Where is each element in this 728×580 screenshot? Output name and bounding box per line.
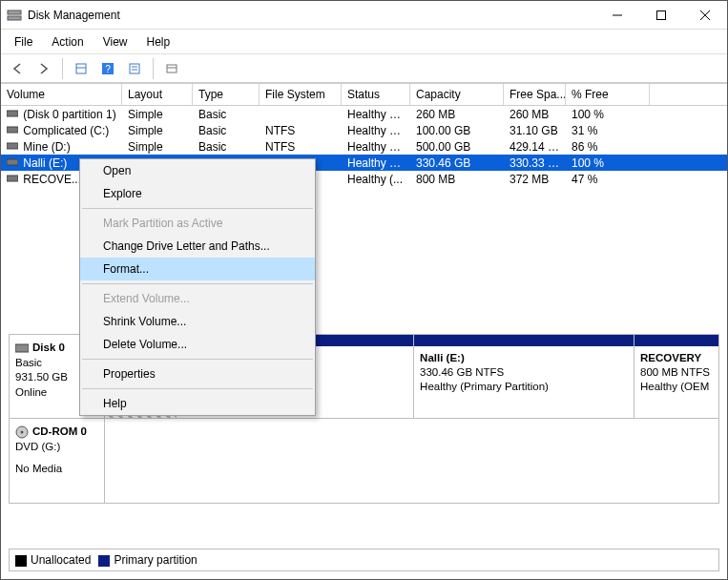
legend: Unallocated Primary partition: [9, 549, 719, 571]
cm-extend-volume: Extend Volume...: [80, 287, 315, 310]
drive-icon: [7, 174, 20, 183]
cm-help[interactable]: Help: [80, 392, 315, 415]
svg-rect-20: [15, 344, 29, 352]
menu-file[interactable]: File: [7, 32, 40, 52]
cdrom-state: No Media: [15, 462, 98, 477]
refresh-button[interactable]: [69, 57, 94, 80]
svg-rect-17: [7, 143, 18, 149]
cdrom-title: CD-ROM 0: [32, 425, 87, 440]
properties-button[interactable]: [122, 57, 147, 80]
col-volume[interactable]: Volume: [1, 84, 122, 105]
close-button[interactable]: [683, 1, 727, 30]
cdrom-row: CD-ROM 0 DVD (G:) No Media: [10, 419, 718, 503]
drive-icon: [7, 141, 20, 151]
partition-recovery-status: Healthy (OEM: [640, 381, 709, 392]
col-layout[interactable]: Layout: [122, 84, 193, 105]
swatch-unallocated: [15, 555, 27, 567]
drive-icon: [7, 125, 20, 135]
disk-icon: [15, 342, 29, 354]
cdrom-empty: [105, 419, 718, 503]
svg-rect-6: [76, 64, 86, 73]
forward-button[interactable]: [31, 57, 56, 80]
col-pctfree[interactable]: % Free: [566, 84, 650, 105]
partition-recovery-title: RECOVERY: [640, 352, 701, 363]
disk0-title: Disk 0: [32, 341, 65, 356]
svg-rect-16: [7, 127, 18, 133]
window-title: Disk Management: [28, 9, 595, 22]
context-menu: Open Explore Mark Partition as Active Ch…: [79, 158, 316, 416]
cm-mark-active: Mark Partition as Active: [80, 212, 315, 235]
col-type[interactable]: Type: [193, 84, 260, 105]
help-icon-button[interactable]: ?: [95, 57, 120, 80]
col-capacity[interactable]: Capacity: [410, 84, 504, 105]
cm-properties[interactable]: Properties: [80, 362, 315, 385]
column-headers: Volume Layout Type File System Status Ca…: [1, 83, 727, 106]
partition-nalli-status: Healthy (Primary Partition): [420, 381, 549, 392]
table-row[interactable]: Complicated (C:)SimpleBasicNTFSHealthy (…: [1, 122, 727, 138]
cdrom-sub: DVD (G:): [15, 440, 98, 455]
swatch-primary: [98, 555, 110, 567]
svg-rect-0: [8, 10, 21, 14]
menu-action[interactable]: Action: [44, 32, 91, 52]
col-free[interactable]: Free Spa...: [504, 84, 566, 105]
col-filesystem[interactable]: File System: [260, 84, 342, 105]
cm-delete-volume[interactable]: Delete Volume...: [80, 333, 315, 356]
partition-recovery[interactable]: RECOVERY 800 MB NTFS Healthy (OEM: [634, 335, 718, 418]
svg-rect-3: [657, 10, 666, 19]
legend-unallocated: Unallocated: [31, 553, 91, 567]
legend-primary: Primary partition: [114, 553, 197, 567]
cm-change-drive-letter[interactable]: Change Drive Letter and Paths...: [80, 235, 315, 258]
cdrom-label: CD-ROM 0 DVD (G:) No Media: [10, 419, 105, 503]
partition-nalli[interactable]: Nalli (E:) 330.46 GB NTFS Healthy (Prima…: [414, 335, 634, 418]
svg-rect-1: [8, 16, 21, 20]
toolbar: ?: [1, 54, 727, 83]
svg-text:?: ?: [105, 64, 111, 74]
minimize-button[interactable]: [595, 1, 639, 30]
svg-rect-15: [7, 111, 18, 116]
menu-view[interactable]: View: [95, 32, 135, 52]
maximize-button[interactable]: [639, 1, 683, 30]
drive-icon: [7, 109, 20, 118]
drive-icon: [7, 157, 20, 167]
table-row[interactable]: Mine (D:)SimpleBasicNTFSHealthy (P...500…: [1, 138, 727, 155]
svg-rect-13: [167, 65, 177, 72]
partition-nalli-title: Nalli (E:): [420, 352, 465, 363]
svg-rect-19: [7, 176, 18, 181]
partition-recovery-size: 800 MB NTFS: [640, 366, 710, 378]
back-button[interactable]: [5, 57, 30, 80]
list-button[interactable]: [159, 57, 184, 80]
titlebar: Disk Management: [1, 1, 727, 30]
svg-rect-18: [7, 159, 18, 165]
cm-open[interactable]: Open: [80, 159, 315, 182]
col-status[interactable]: Status: [342, 84, 410, 105]
cdrom-icon: [15, 425, 29, 439]
cm-explore[interactable]: Explore: [80, 182, 315, 205]
menubar: File Action View Help: [1, 30, 727, 54]
cm-shrink-volume[interactable]: Shrink Volume...: [80, 310, 315, 333]
app-icon: [7, 8, 22, 23]
partition-nalli-size: 330.46 GB NTFS: [420, 366, 504, 378]
svg-rect-10: [130, 64, 139, 73]
table-row[interactable]: (Disk 0 partition 1)SimpleBasicHealthy (…: [1, 106, 727, 122]
menu-help[interactable]: Help: [139, 32, 178, 52]
svg-point-22: [21, 430, 24, 433]
cm-format[interactable]: Format...: [80, 258, 315, 280]
